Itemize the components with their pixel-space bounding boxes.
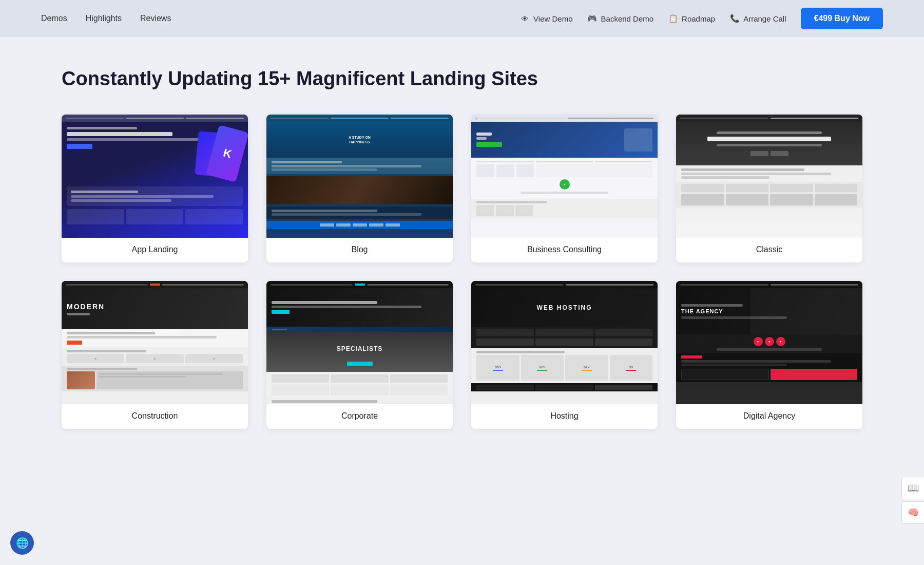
backend-demo-label: Backend Demo (601, 14, 654, 23)
view-demo-label: View Demo (533, 14, 572, 23)
controller-icon: 🎮 (587, 13, 598, 24)
demo-label-business-consulting: Business Consulting (471, 238, 658, 262)
sidebar-widgets: 📖 🧠 (901, 477, 924, 524)
buy-now-button[interactable]: €499 Buy Now (801, 8, 883, 29)
demo-thumb-construction: MODERN ■ (62, 281, 248, 404)
roadmap-icon: 📋 (668, 13, 678, 24)
demo-card-blog[interactable]: A STUDY ONHAPPINESS (266, 115, 453, 262)
demo-label-hosting: Hosting (471, 404, 658, 429)
navbar: Demos Highlights Reviews 👁 View Demo 🎮 B… (0, 0, 924, 37)
demo-card-classic[interactable]: Classic (676, 115, 862, 262)
arrange-call-link[interactable]: 📞 Arrange Call (729, 13, 786, 24)
demo-thumb-business-consulting: + (471, 115, 658, 238)
demo-card-corporate[interactable]: SPECIALISTS (266, 281, 453, 429)
eye-icon: 👁 (519, 13, 530, 24)
globe-icon: 🌐 (16, 537, 29, 549)
demo-card-construction[interactable]: MODERN ■ (62, 281, 248, 429)
demo-card-business-consulting[interactable]: + Business Consulting (471, 115, 658, 262)
demo-label-construction: Construction (62, 404, 248, 429)
arrange-call-label: Arrange Call (743, 14, 786, 23)
nav-link-demos[interactable]: Demos (41, 14, 67, 23)
main-content: Constantly Updating 15+ Magnificent Land… (0, 37, 924, 460)
demo-thumb-app-landing: K (62, 115, 248, 238)
demo-card-hosting[interactable]: WEB HOSTING (471, 281, 658, 429)
demo-label-classic: Classic (676, 238, 862, 262)
nav-left: Demos Highlights Reviews (41, 14, 171, 23)
page-title: Constantly Updating 15+ Magnificent Land… (62, 68, 862, 90)
brain-widget-button[interactable]: 🧠 (901, 501, 924, 524)
nav-right: 👁 View Demo 🎮 Backend Demo 📋 Roadmap 📞 A… (519, 8, 883, 29)
demo-label-digital-agency: Digital Agency (676, 404, 862, 429)
nav-link-reviews[interactable]: Reviews (140, 14, 171, 23)
demo-card-digital-agency[interactable]: THE AGENCY ● ● ● (676, 281, 862, 429)
demo-card-app-landing[interactable]: K App Landing (62, 115, 248, 262)
book-widget-button[interactable]: 📖 (901, 477, 924, 499)
roadmap-link[interactable]: 📋 Roadmap (668, 13, 715, 24)
view-demo-link[interactable]: 👁 View Demo (519, 13, 572, 24)
globe-button[interactable]: 🌐 (10, 531, 34, 555)
nav-link-highlights[interactable]: Highlights (86, 14, 122, 23)
demo-grid: K App Landing (62, 115, 862, 429)
phone-icon: 📞 (729, 13, 740, 24)
demo-thumb-hosting: WEB HOSTING (471, 281, 658, 404)
demo-label-corporate: Corporate (266, 404, 453, 429)
demo-thumb-digital-agency: THE AGENCY ● ● ● (676, 281, 862, 404)
demo-label-blog: Blog (266, 238, 453, 262)
demo-thumb-classic (676, 115, 862, 238)
roadmap-label: Roadmap (682, 14, 715, 23)
backend-demo-link[interactable]: 🎮 Backend Demo (587, 13, 654, 24)
demo-thumb-blog: A STUDY ONHAPPINESS (266, 115, 453, 238)
demo-label-app-landing: App Landing (62, 238, 248, 262)
demo-thumb-corporate: SPECIALISTS (266, 281, 453, 404)
globe-container: 🌐 (10, 531, 34, 555)
